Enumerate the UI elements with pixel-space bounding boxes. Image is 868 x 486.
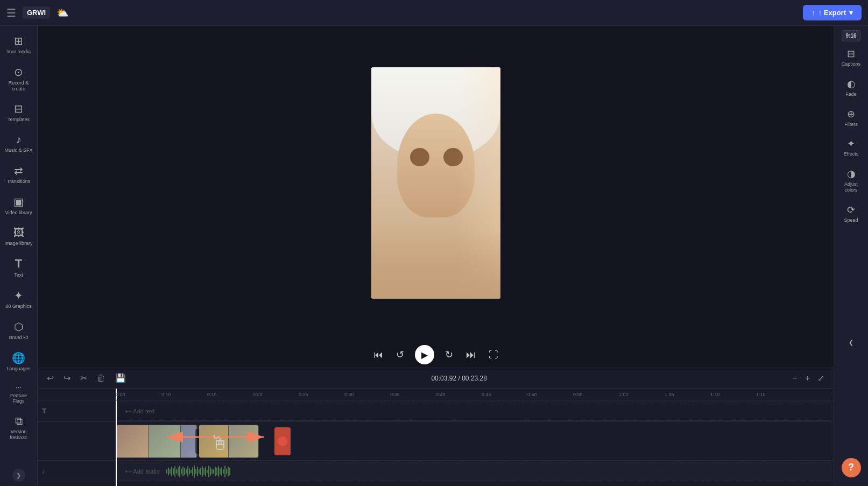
sidebar-item-record[interactable]: ⊙ Record &create	[2, 61, 36, 96]
rewind-button[interactable]: ↺	[394, 347, 406, 363]
ruler-mark: 0:15	[207, 392, 253, 397]
sidebar-item-version[interactable]: ⧉ Versionf06ba3c	[2, 411, 36, 445]
right-sidebar: 9:16 ⊟ Captions ◐ Fade ⊕ Filters ✦ Effec…	[834, 26, 868, 486]
timeline-tracks: T + + Add text	[38, 400, 834, 486]
ruler-mark: 0:40	[436, 392, 482, 397]
sidebar-item-languages[interactable]: 🌐 Languages	[2, 347, 36, 376]
feature-flags-icon: ···	[16, 383, 22, 391]
ruler-mark: 1:00	[619, 392, 665, 397]
sidebar-item-image-library[interactable]: 🖼 Image library	[2, 222, 36, 251]
export-dropdown-icon: ▾	[849, 9, 853, 17]
expand-timeline-button[interactable]: ⤢	[815, 371, 827, 385]
right-sidebar-collapse-button[interactable]: ❮	[836, 335, 867, 350]
sidebar-item-video-library[interactable]: ▣ Video library	[2, 191, 36, 220]
captions-icon: ⊟	[847, 48, 855, 60]
text-track-content[interactable]: + + Add text	[116, 400, 834, 421]
video-figure	[371, 67, 500, 299]
right-sidebar-item-label: Filters	[844, 122, 858, 128]
right-sidebar-item-label: Effects	[844, 151, 858, 157]
ruler-mark: 0:25	[299, 392, 344, 397]
sidebar-item-label: Brand kit	[9, 335, 29, 341]
sidebar-item-templates[interactable]: ⊟ Templates	[2, 98, 36, 127]
video-clips[interactable]: ⏸	[116, 425, 259, 458]
sidebar-item-your-media[interactable]: ⊞ Your media	[2, 30, 36, 59]
audio-track-content[interactable]: + + Add audio	[116, 461, 834, 482]
ruler-mark: 1:10	[710, 392, 756, 397]
left-sidebar: ⊞ Your media ⊙ Record &create ⊟ Template…	[0, 26, 38, 486]
sidebar-item-text[interactable]: T Text	[2, 252, 36, 283]
ruler-marks: 0:00 0:10 0:15 0:20 0:25 0:30 0:35 0:40 …	[116, 392, 756, 397]
sidebar-item-feature-flags[interactable]: ··· Feature Flags	[2, 378, 36, 409]
hamburger-icon[interactable]: ☰	[6, 6, 16, 19]
right-sidebar-item-speed[interactable]: ⟳ Speed	[836, 200, 867, 228]
play-button[interactable]: ▶	[415, 345, 434, 364]
right-sidebar-item-effects[interactable]: ✦ Effects	[836, 133, 867, 161]
skip-forward-button[interactable]: ⏭	[464, 347, 478, 363]
text-icon: T	[15, 257, 22, 271]
fullscreen-button[interactable]: ⛶	[486, 347, 500, 363]
timeline-toolbar: ↩ ↪ ✂ 🗑 💾 00:03.92 / 00:23.28 − + ⤢	[38, 368, 834, 389]
right-sidebar-item-filters[interactable]: ⊕ Filters	[836, 104, 867, 132]
video-library-icon: ▣	[13, 195, 24, 208]
sidebar-item-label: Record &create	[9, 80, 29, 92]
ruler-mark: 1:15	[756, 392, 802, 397]
skip-back-button[interactable]: ⏮	[371, 347, 385, 363]
add-text-button[interactable]: + + Add text	[118, 402, 831, 421]
ruler-mark: 0:30	[344, 392, 390, 397]
effects-icon: ✦	[847, 138, 855, 150]
preview-area	[38, 26, 834, 340]
topbar: ☰ GRWI ⛅ ↑ ↑ Export ▾	[0, 0, 868, 26]
video-clip-1[interactable]	[116, 425, 197, 458]
speed-icon: ⟳	[847, 204, 855, 216]
sidebar-item-music[interactable]: ♪ Music & SFX	[2, 129, 36, 158]
redo-button[interactable]: ↪	[61, 371, 73, 385]
sidebar-item-label: Transitions	[7, 179, 31, 185]
right-sidebar-item-label: Speed	[844, 217, 858, 223]
ruler-mark: 1:05	[665, 392, 710, 397]
timeline-zoom-controls: − + ⤢	[789, 371, 827, 385]
clip-thumb	[199, 425, 229, 458]
play-icon: ▶	[421, 350, 428, 360]
help-button[interactable]: ?	[842, 458, 861, 477]
ruler-mark: 0:55	[573, 392, 619, 397]
forward-button[interactable]: ↻	[443, 347, 455, 363]
playhead-indicator	[274, 427, 291, 455]
clip-thumb	[149, 425, 181, 458]
zoom-in-button[interactable]: +	[802, 371, 813, 385]
export-button[interactable]: ↑ ↑ Export ▾	[803, 5, 862, 20]
timeline-time-display: 00:03.92 / 00:23.28	[133, 375, 785, 382]
cut-button[interactable]: ✂	[77, 371, 90, 385]
save-to-track-button[interactable]: 💾	[112, 371, 129, 385]
music-icon: ♪	[16, 133, 22, 146]
sidebar-item-label: Versionf06ba3c	[10, 429, 27, 441]
timeline-area: ↩ ↪ ✂ 🗑 💾 00:03.92 / 00:23.28 − + ⤢ 0:00	[38, 368, 834, 486]
sidebar-item-graphics[interactable]: ✦ 88 Graphics	[2, 285, 36, 314]
sidebar-item-brand-kit[interactable]: ⬡ Brand kit	[2, 316, 36, 345]
add-audio-label: + Add audio	[128, 468, 159, 475]
sidebar-item-label: Languages	[6, 366, 31, 372]
delete-button[interactable]: 🗑	[94, 372, 108, 385]
cloud-icon: ⛅	[57, 7, 68, 19]
fade-icon: ◐	[847, 78, 856, 90]
chevron-right-icon: ❯	[16, 472, 21, 479]
export-label: ↑ Export	[818, 9, 846, 17]
sidebar-collapse-button[interactable]: ❯	[12, 469, 25, 482]
right-sidebar-item-fade[interactable]: ◐ Fade	[836, 74, 867, 102]
clip-thumb	[229, 425, 258, 458]
sidebar-item-label: Templates	[8, 117, 30, 123]
ruler-mark: 0:00	[116, 392, 161, 397]
waveform	[166, 462, 230, 481]
ruler-mark: 0:35	[390, 392, 436, 397]
filters-icon: ⊕	[847, 108, 855, 120]
right-sidebar-item-adjust-colors[interactable]: ◑ Adjust colors	[836, 164, 867, 198]
zoom-out-button[interactable]: −	[789, 371, 800, 385]
aspect-ratio-badge[interactable]: 9:16	[842, 30, 860, 41]
undo-button[interactable]: ↩	[44, 371, 57, 385]
video-clip-2[interactable]	[199, 425, 259, 458]
right-sidebar-item-captions[interactable]: ⊟ Captions	[836, 44, 867, 72]
project-title[interactable]: GRWI	[23, 6, 50, 19]
add-audio-button[interactable]: + + Add audio	[118, 462, 831, 481]
clip-thumb	[116, 425, 149, 458]
sidebar-item-transitions[interactable]: ⇄ Transitions	[2, 160, 36, 189]
sidebar-item-label: Feature Flags	[4, 393, 33, 405]
